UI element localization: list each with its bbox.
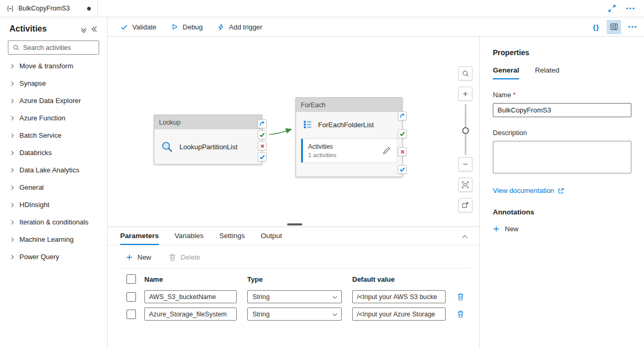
tab-settings[interactable]: Settings: [219, 227, 245, 245]
view-documentation-link[interactable]: View documentation: [493, 187, 564, 194]
parameter-name-input[interactable]: [144, 290, 237, 303]
sidebar-item-power-query[interactable]: Power Query: [0, 248, 107, 265]
sidebar-item-hdinsight[interactable]: HDInsight: [0, 196, 107, 213]
chevron-right-icon: [9, 150, 14, 155]
required-asterisk: *: [513, 91, 515, 99]
play-icon: [171, 23, 178, 30]
success-port[interactable]: [258, 130, 267, 139]
chevron-up-icon: [462, 235, 468, 241]
minus-icon: −: [463, 160, 468, 169]
edit-activities-button[interactable]: [383, 147, 390, 155]
editor-right-area: Validate Debug Add trigger {}: [108, 17, 644, 349]
parameter-default-value-input[interactable]: [352, 290, 446, 303]
zoom-out-button[interactable]: −: [458, 157, 472, 171]
chevron-right-icon: [9, 133, 14, 137]
code-view-button[interactable]: {}: [593, 23, 599, 31]
delete-row-button[interactable]: [457, 293, 473, 301]
document-tabbar: BulkCopyFromS3: [0, 0, 644, 17]
canvas-toolbar: Validate Debug Add trigger {}: [108, 17, 644, 37]
sidebar-item-data-lake-analytics[interactable]: Data Lake Analytics: [0, 161, 107, 179]
activities-search: [8, 40, 99, 55]
more-options-icon[interactable]: [626, 7, 635, 9]
parameter-name-input[interactable]: [144, 307, 237, 321]
tab-variables[interactable]: Variables: [175, 227, 204, 245]
properties-pane-icon: [610, 23, 618, 31]
sidebar-item-general[interactable]: General: [0, 179, 107, 196]
search-icon: [13, 44, 19, 51]
chevron-right-icon: [9, 254, 14, 259]
category-label: Machine Learning: [19, 235, 73, 243]
new-parameter-label: New: [138, 253, 151, 261]
zoom-to-selection-button[interactable]: [458, 66, 472, 80]
tab-general[interactable]: General: [493, 66, 519, 79]
failure-port[interactable]: [398, 147, 407, 156]
toolbar-more-options-icon[interactable]: [628, 26, 637, 28]
sidebar-item-machine-learning[interactable]: Machine Learning: [0, 231, 107, 248]
validate-button[interactable]: Validate: [120, 23, 156, 31]
sidebar-item-synapse[interactable]: Synapse: [0, 75, 107, 92]
category-label: Databricks: [19, 149, 51, 157]
pipeline-canvas[interactable]: Lookup LookupPartitionList: [108, 37, 479, 227]
parameter-type-select[interactable]: String: [247, 307, 342, 321]
select-all-checkbox[interactable]: [126, 274, 136, 284]
tab-parameters[interactable]: Parameters: [120, 227, 159, 245]
activities-texts: Activities 1 activities: [308, 143, 336, 158]
chevron-right-icon: [9, 220, 14, 224]
trash-icon: [457, 293, 464, 301]
sidebar-item-azure-function[interactable]: Azure Function: [0, 109, 107, 127]
zoom-to-fit-button[interactable]: [458, 178, 472, 192]
foreach-activities-container[interactable]: Activities 1 activities: [301, 138, 397, 163]
canvas-horizontal-scrollbar[interactable]: [287, 223, 302, 225]
properties-pane-toggle[interactable]: [607, 20, 621, 34]
completion-arrow-icon: [399, 113, 405, 119]
success-port[interactable]: [398, 129, 407, 138]
skipped-port[interactable]: [398, 165, 407, 174]
debug-button[interactable]: Debug: [171, 23, 203, 31]
skipped-port[interactable]: [258, 152, 267, 161]
reset-zoom-icon: [461, 201, 469, 209]
collapse-all-categories-icon[interactable]: [82, 26, 86, 32]
row-checkbox[interactable]: [126, 310, 136, 319]
failure-x-icon: [400, 149, 405, 155]
zoom-controls: + −: [458, 66, 472, 212]
tab-related[interactable]: Related: [535, 66, 559, 79]
new-parameter-button[interactable]: New: [126, 253, 151, 261]
parameter-type-select[interactable]: String: [247, 290, 342, 303]
pipeline-name-input[interactable]: [493, 103, 631, 117]
tab-output[interactable]: Output: [261, 227, 282, 245]
search-activities-input[interactable]: [23, 44, 94, 52]
sidebar-item-batch-service[interactable]: Batch Service: [0, 127, 107, 144]
properties-tabs: General Related: [493, 66, 631, 79]
delete-row-button[interactable]: [457, 310, 473, 318]
sidebar-item-azure-data-explorer[interactable]: Azure Data Explorer: [0, 92, 107, 109]
sidebar-item-move-and-transform[interactable]: Move & transform: [0, 57, 107, 75]
column-header-default-value: Default value: [352, 275, 457, 283]
zoom-in-button[interactable]: +: [458, 87, 472, 101]
lookup-activity-node[interactable]: Lookup LookupPartitionList: [154, 115, 262, 165]
lookup-ports: [258, 119, 267, 161]
add-trigger-button[interactable]: Add trigger: [217, 23, 262, 31]
description-textarea[interactable]: [493, 141, 631, 173]
sidebar-item-databricks[interactable]: Databricks: [0, 144, 107, 161]
completion-port[interactable]: [258, 119, 267, 128]
parameter-default-value-input[interactable]: [352, 307, 446, 321]
reset-zoom-button[interactable]: [458, 198, 472, 212]
pipeline-tab[interactable]: BulkCopyFromS3: [0, 0, 98, 17]
failure-port[interactable]: [258, 141, 267, 150]
zoom-slider[interactable]: [458, 104, 472, 155]
foreach-activity-node[interactable]: ForEach: [295, 97, 403, 177]
chevron-right-icon: [9, 168, 14, 172]
collapse-config-panel-button[interactable]: [463, 233, 467, 241]
foreach-ports: [398, 111, 407, 174]
new-annotation-button[interactable]: New: [493, 225, 631, 233]
sidebar-item-iteration-and-conditionals[interactable]: Iteration & conditionals: [0, 213, 107, 231]
row-checkbox[interactable]: [126, 292, 136, 302]
expand-icon[interactable]: [608, 5, 616, 12]
zoom-slider-handle[interactable]: [462, 127, 469, 134]
table-row: String: [126, 307, 479, 321]
table-row: String: [126, 290, 479, 303]
delete-parameter-button[interactable]: Delete: [169, 253, 200, 261]
category-label: Data Lake Analytics: [19, 166, 79, 174]
completion-port[interactable]: [398, 111, 407, 120]
collapse-sidebar-icon[interactable]: [92, 27, 98, 31]
